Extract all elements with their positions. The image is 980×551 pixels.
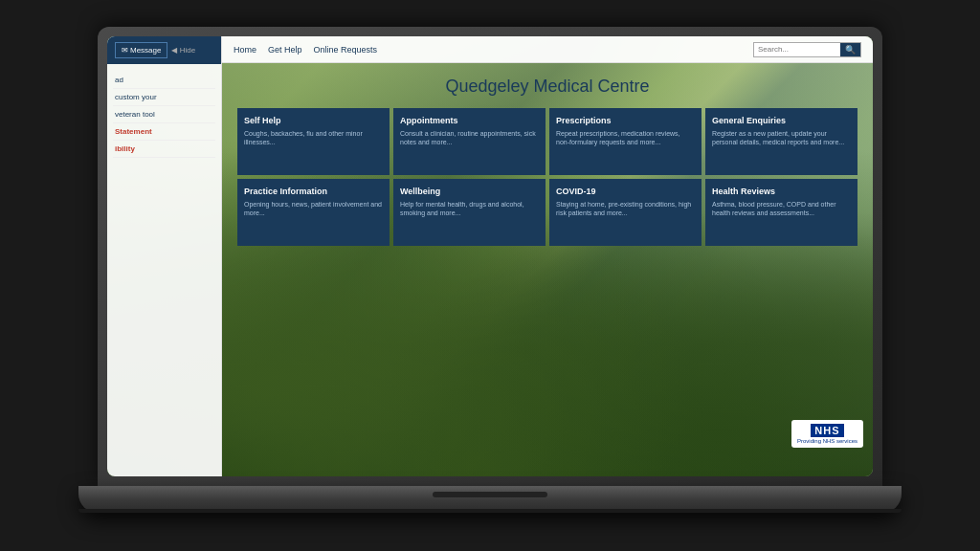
sidebar-header: ✉ Message ◀ Hide <box>107 36 221 64</box>
laptop-base <box>78 486 902 513</box>
tile-wellbeing[interactable]: Wellbeing Help for mental health, drugs … <box>393 179 546 246</box>
laptop-lid: ✉ Message ◀ Hide ad custom you <box>98 27 882 486</box>
website-body: Quedgeley Medical Centre Self Help Cough… <box>222 63 873 476</box>
tile-practice-information[interactable]: Practice Information Opening hours, news… <box>237 179 390 246</box>
tile-covid19[interactable]: COVID-19 Staying at home, pre-existing c… <box>549 179 702 246</box>
website-inner: Quedgeley Medical Centre Self Help Cough… <box>222 63 873 259</box>
sidebar-content: ad custom your veteran tool Statement ib <box>107 64 221 165</box>
tile-self-help[interactable]: Self Help Coughs, backaches, flu and oth… <box>237 108 390 175</box>
hide-button[interactable]: ◀ Hide <box>171 46 195 55</box>
search-input[interactable] <box>754 43 840 55</box>
message-button[interactable]: ✉ Message <box>115 42 167 58</box>
nav-online-requests[interactable]: Online Requests <box>314 45 378 55</box>
tile-prescriptions[interactable]: Prescriptions Repeat prescriptions, medi… <box>549 108 702 175</box>
nhs-tagline: Providing NHS services <box>797 438 858 444</box>
sidebar-item-5[interactable]: ibility <box>113 141 215 158</box>
search-button[interactable]: 🔍 <box>840 43 860 56</box>
nhs-badge: NHS Providing NHS services <box>791 420 863 448</box>
tile-general-enquiries[interactable]: General Enquiries Register as a new pati… <box>705 108 858 175</box>
bottom-tiles-grid: Practice Information Opening hours, news… <box>237 179 858 246</box>
laptop-container: ✉ Message ◀ Hide ad custom you <box>98 27 882 524</box>
nav-get-help[interactable]: Get Help <box>268 45 302 55</box>
top-tiles-grid: Self Help Coughs, backaches, flu and oth… <box>237 108 858 175</box>
sidebar-item-4[interactable]: Statement <box>113 123 215 141</box>
nav-home[interactable]: Home <box>234 45 256 55</box>
site-title: Quedgeley Medical Centre <box>237 77 858 97</box>
sidebar: ✉ Message ◀ Hide ad custom you <box>107 36 222 476</box>
hide-chevron-icon: ◀ <box>171 46 177 55</box>
message-icon: ✉ <box>122 46 128 55</box>
main-content: Home Get Help Online Requests 🔍 Quedgele… <box>222 36 873 476</box>
nhs-logo: NHS <box>811 424 843 437</box>
screen-bezel: ✉ Message ◀ Hide ad custom you <box>107 36 873 476</box>
tile-appointments[interactable]: Appointments Consult a clinician, routin… <box>393 108 546 175</box>
sidebar-item-2[interactable]: custom your <box>113 89 215 106</box>
screen: ✉ Message ◀ Hide ad custom you <box>107 36 873 476</box>
sidebar-item-1[interactable]: ad <box>113 72 215 89</box>
top-nav: Home Get Help Online Requests 🔍 <box>222 36 873 63</box>
search-box: 🔍 <box>753 42 861 57</box>
tile-health-reviews[interactable]: Health Reviews Asthma, blood pressure, C… <box>705 179 858 246</box>
sidebar-item-3[interactable]: veteran tool <box>113 106 215 123</box>
